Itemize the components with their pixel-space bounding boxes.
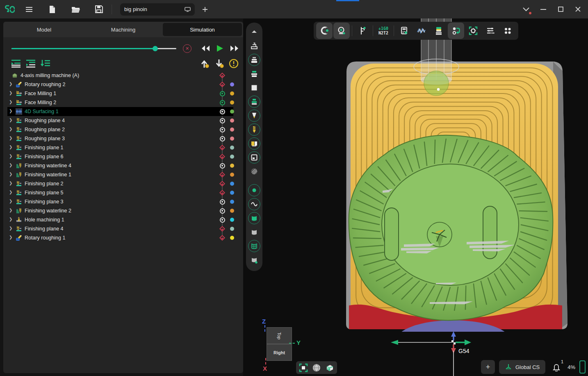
triangle-up-icon[interactable] (246, 25, 262, 39)
tree-item-face-milling-1[interactable]: ❯Face Milling 1 (3, 89, 243, 98)
warning-circle-icon[interactable] (228, 58, 239, 69)
expand-chevron-icon[interactable]: ❯ (9, 208, 12, 212)
new-file-icon[interactable] (45, 2, 59, 16)
status-marker-white[interactable] (219, 163, 225, 169)
status-marker-white[interactable] (219, 127, 225, 132)
move-up-warning-icon[interactable] (199, 58, 211, 69)
gear-target-icon[interactable] (465, 23, 481, 39)
rewind-button[interactable] (199, 43, 212, 54)
expand-chevron-icon[interactable]: ❯ (9, 235, 12, 239)
window-collapse-button[interactable] (517, 0, 535, 18)
layers-icon[interactable] (431, 23, 447, 39)
expand-chevron-icon[interactable]: ❯ (9, 100, 12, 104)
view-cube-top-face[interactable]: Top (267, 327, 292, 344)
sphere-view-icon[interactable] (312, 363, 321, 373)
add-cs-button[interactable]: + (481, 360, 495, 374)
tab-machining[interactable]: Machining (84, 23, 163, 36)
view-cube[interactable]: Top Right (267, 327, 292, 361)
open-folder-icon[interactable] (69, 2, 83, 16)
tree-item-roughing-plane-4[interactable]: ❯Roughing plane 4 (3, 116, 243, 125)
wave-icon[interactable] (246, 197, 262, 211)
save-icon[interactable] (92, 2, 106, 16)
tree-item-finishing-plane-2[interactable]: ❯Finishing plane 2 (3, 179, 243, 188)
cutter-icon[interactable] (246, 109, 262, 123)
expand-chevron-icon[interactable]: ❯ (9, 226, 12, 230)
status-marker-diamond[interactable] (219, 181, 225, 187)
dot-green-icon[interactable] (246, 183, 262, 197)
grid-dots-icon[interactable] (499, 23, 516, 39)
status-marker-diamond[interactable] (219, 235, 225, 241)
status-marker-white[interactable] (219, 199, 225, 205)
calculator-icon[interactable] (396, 23, 413, 39)
hatch-blob-icon[interactable] (246, 164, 262, 178)
tree-item-finishing-waterline-4[interactable]: ❯Finishing waterline 4 (3, 161, 243, 170)
surface-wire-icon[interactable] (246, 239, 262, 253)
drill-icon[interactable] (246, 123, 262, 137)
tree-item-finishing-plane-4[interactable]: ❯Finishing plane 4 (3, 224, 243, 233)
status-marker-white[interactable] (219, 136, 225, 141)
status-marker-diamond[interactable] (219, 226, 225, 232)
tree-item-hole-machining-1[interactable]: ❯Hole machining 1 (3, 215, 243, 224)
status-marker-green[interactable] (219, 91, 225, 96)
caliper-icon[interactable] (354, 23, 371, 39)
expand-chevron-icon[interactable]: ❯ (9, 190, 12, 194)
viewport-3d[interactable]: G54 +1G0N2T2 Top Right Z Y X + Global CS (243, 18, 588, 376)
magnet-c-icon[interactable] (316, 23, 333, 39)
tree-item-roughing-plane-3[interactable]: ❯Roughing plane 3 (3, 134, 243, 143)
app-logo-icon[interactable] (2, 2, 16, 16)
tab-simulation[interactable]: Simulation (163, 23, 242, 36)
move-down-warning-icon[interactable] (214, 58, 226, 69)
fit-view-icon[interactable] (299, 363, 308, 373)
tree-item-finishing-waterline-1[interactable]: ❯Finishing waterline 1 (3, 170, 243, 179)
tab-model[interactable]: Model (5, 23, 84, 36)
status-marker-white[interactable] (219, 208, 225, 214)
stack-mix-icon[interactable] (246, 67, 262, 81)
tree-item-roughing-plane-2[interactable]: ❯Roughing plane 2 (3, 125, 243, 134)
document-tab[interactable]: big pinoin (120, 3, 195, 16)
tree-item-4d-surfacing-1[interactable]: ❯4D Surfacing 1 (3, 107, 243, 116)
status-marker-diamond[interactable] (219, 154, 225, 160)
tree-item-4-axis-milling-machine-a-[interactable]: 4-axis milling machine (A) (3, 71, 243, 80)
holder-icon[interactable] (246, 137, 262, 150)
play-button[interactable] (214, 43, 226, 54)
stack-green-icon[interactable] (246, 95, 262, 109)
tree-item-rotary-roughing-2[interactable]: ❯Rotary roughing 2 (3, 80, 243, 89)
expand-chevron-icon[interactable]: ❯ (9, 136, 12, 140)
expand-chevron-icon[interactable]: ❯ (9, 172, 12, 176)
machine-sq-icon[interactable] (246, 150, 262, 164)
status-marker-white[interactable] (219, 217, 225, 223)
expand-chevron-icon[interactable]: ❯ (9, 82, 12, 86)
indent-list-1-icon[interactable] (10, 58, 22, 69)
status-marker-diamond[interactable] (219, 172, 225, 178)
window-maximize-button[interactable] (552, 0, 569, 18)
global-cs-button[interactable]: Global CS (499, 360, 545, 374)
expand-chevron-icon[interactable]: ❯ (9, 91, 12, 95)
window-close-button[interactable] (569, 0, 586, 18)
slider-knob[interactable] (153, 46, 158, 51)
expand-chevron-icon[interactable]: ❯ (9, 154, 12, 158)
surface-gray-icon[interactable] (246, 225, 262, 239)
expand-chevron-icon[interactable]: ❯ (9, 145, 12, 149)
stack-white-icon[interactable] (246, 53, 262, 67)
new-tab-button[interactable] (198, 2, 212, 16)
sliders-icon[interactable] (482, 23, 499, 39)
view-cube-right-face[interactable]: Right (267, 344, 292, 361)
status-marker-diamond[interactable] (219, 82, 225, 87)
expand-chevron-icon[interactable]: ❯ (9, 181, 12, 185)
waveform-icon[interactable] (413, 23, 430, 39)
iso-view-icon[interactable] (325, 363, 335, 373)
expand-chevron-icon[interactable]: ❯ (9, 163, 12, 167)
tree-item-face-milling-2[interactable]: ❯Face Milling 2 (3, 98, 243, 107)
stock-outline-icon[interactable] (246, 39, 262, 53)
surface-dot-icon[interactable] (246, 253, 262, 267)
tree-item-finishing-plane-3[interactable]: ❯Finishing plane 3 (3, 197, 243, 206)
expand-chevron-icon[interactable]: ❯ (9, 118, 12, 122)
surface-green-icon[interactable] (246, 211, 262, 225)
dots-arrow-icon[interactable] (448, 23, 464, 39)
status-marker-white[interactable] (219, 109, 225, 114)
numbered-list-icon[interactable] (40, 58, 51, 69)
camera-icon[interactable] (333, 23, 350, 39)
hamburger-menu-icon[interactable] (22, 2, 36, 16)
expand-chevron-icon[interactable]: ❯ (9, 217, 12, 221)
expand-chevron-icon[interactable]: ❯ (9, 127, 12, 131)
